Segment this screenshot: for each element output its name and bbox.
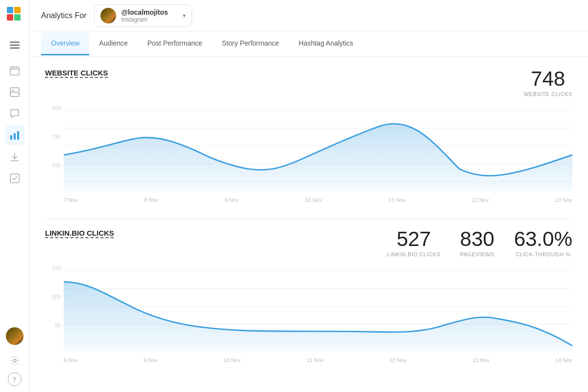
website-clicks-chart: 200 150 100 [45, 105, 572, 203]
x2-label-11nov: 11 Nov [306, 357, 323, 363]
ctr-label: CLICK-THROUGH % [514, 251, 572, 257]
y2-label-150: 150 [52, 265, 61, 271]
y-label-200: 200 [52, 105, 61, 111]
account-platform: Instagram [121, 16, 178, 23]
website-clicks-stats: 748 WEBSITE CLICKS [524, 69, 572, 97]
website-clicks-svg [64, 105, 572, 191]
linkinbio-svg-container [64, 265, 572, 351]
sidebar-item-chat[interactable] [5, 104, 24, 123]
tab-post-performance[interactable]: Post Performance [138, 32, 212, 55]
menu-button[interactable] [5, 35, 24, 55]
nav-tabs: Overview Audience Post Performance Story… [29, 31, 588, 57]
sidebar-item-checklist[interactable] [5, 169, 24, 188]
tab-story-performance[interactable]: Story Performance [212, 32, 289, 55]
tab-overview[interactable]: Overview [41, 32, 89, 55]
x2-label-12nov: 12 Nov [390, 357, 407, 363]
x-label-12nov: 12 Nov [472, 197, 489, 203]
linkinbio-chart: 150 100 50 [45, 265, 572, 363]
svg-rect-6 [10, 48, 20, 49]
website-clicks-section: WEBSITE CLICKS 748 WEBSITE CLICKS 200 15… [45, 69, 572, 203]
account-avatar [100, 8, 116, 24]
sidebar-item-analytics[interactable] [5, 125, 24, 145]
svg-rect-4 [10, 42, 20, 43]
x2-label-9nov: 9 Nov [144, 357, 158, 363]
x-label-13nov: 13 Nov [555, 197, 572, 203]
svg-rect-15 [17, 131, 19, 140]
svg-rect-5 [10, 45, 20, 46]
x-label-10nov: 10 Nov [305, 197, 322, 203]
x2-label-10nov: 10 Nov [223, 357, 241, 363]
avatar-image [6, 327, 24, 345]
pageviews-stat: 830 PAGEVIEWS [460, 229, 494, 257]
website-clicks-stat: 748 WEBSITE CLICKS [524, 69, 572, 97]
svg-rect-13 [10, 135, 12, 140]
linkinbio-title: LINKIN.BIO CLICKS [45, 229, 114, 237]
linkinbio-header: LINKIN.BIO CLICKS 527 LINKIN.BIO CLICKS … [45, 229, 572, 257]
settings-icon[interactable] [5, 351, 24, 370]
sidebar: ? [0, 0, 29, 392]
x2-label-13nov: 13 Nov [472, 357, 490, 363]
y2-label-100: 100 [52, 294, 61, 300]
x-label-8nov: 8 Nov [144, 197, 158, 203]
linkinbio-svg [64, 265, 572, 351]
linkinbio-area-fill [64, 282, 572, 351]
chart-svg-container [64, 105, 572, 191]
website-clicks-value: 748 [524, 69, 572, 89]
y-label-150: 150 [52, 134, 61, 140]
sidebar-item-gallery[interactable] [5, 82, 24, 102]
website-clicks-header: WEBSITE CLICKS 748 WEBSITE CLICKS [45, 69, 572, 97]
x-label-7nov: 7 Nov [64, 197, 78, 203]
help-icon[interactable]: ? [8, 372, 22, 386]
linkinbio-clicks-value: 527 [387, 229, 441, 249]
tab-hashtag-analytics[interactable]: Hashtag Analytics [289, 32, 363, 55]
header: Analytics For @localmojitos Instagram ▾ [29, 0, 588, 31]
chevron-down-icon: ▾ [183, 12, 186, 19]
x-label-9nov: 9 Nov [224, 197, 239, 203]
section-divider [45, 219, 572, 219]
svg-rect-0 [7, 7, 13, 13]
account-info: @localmojitos Instagram [121, 8, 178, 23]
svg-rect-14 [14, 133, 16, 140]
website-clicks-x-labels: 7 Nov 8 Nov 9 Nov 10 Nov 11 Nov 12 Nov 1… [64, 197, 572, 203]
tab-audience[interactable]: Audience [89, 32, 137, 55]
ctr-stat: 63.0% CLICK-THROUGH % [514, 229, 572, 257]
x2-label-8nov: 8 Nov [64, 357, 78, 363]
x2-label-14nov: 14 Nov [555, 357, 572, 363]
svg-point-18 [13, 359, 16, 362]
svg-rect-2 [7, 14, 13, 21]
ctr-value: 63.0% [514, 229, 572, 249]
linkinbio-section: LINKIN.BIO CLICKS 527 LINKIN.BIO CLICKS … [45, 229, 572, 363]
header-title: Analytics For [41, 11, 86, 20]
account-name: @localmojitos [121, 8, 178, 16]
account-selector[interactable]: @localmojitos Instagram ▾ [94, 4, 192, 27]
x-label-11nov: 11 Nov [389, 197, 406, 203]
linkinbio-x-labels: 8 Nov 9 Nov 10 Nov 11 Nov 12 Nov 13 Nov … [64, 357, 572, 363]
y2-label-50: 50 [55, 322, 61, 328]
linkinbio-stats: 527 LINKIN.BIO CLICKS 830 PAGEVIEWS 63.0… [387, 229, 572, 257]
sidebar-item-download[interactable] [5, 147, 24, 167]
website-clicks-title: WEBSITE CLICKS [45, 69, 108, 77]
pageviews-label: PAGEVIEWS [460, 251, 494, 257]
y-label-100: 100 [52, 162, 61, 168]
avatar[interactable] [6, 327, 24, 345]
main-content: Analytics For @localmojitos Instagram ▾ … [29, 0, 588, 392]
svg-rect-3 [14, 14, 21, 21]
website-clicks-label: WEBSITE CLICKS [524, 91, 572, 97]
pageviews-value: 830 [460, 229, 494, 249]
app-logo[interactable] [6, 6, 24, 24]
content-area: WEBSITE CLICKS 748 WEBSITE CLICKS 200 15… [29, 57, 588, 392]
sidebar-item-calendar[interactable] [5, 61, 24, 80]
linkinbio-clicks-label: LINKIN.BIO CLICKS [387, 251, 441, 257]
linkinbio-clicks-stat: 527 LINKIN.BIO CLICKS [387, 229, 441, 257]
svg-rect-7 [10, 67, 19, 75]
svg-rect-1 [14, 7, 21, 13]
chart-area-fill [64, 123, 572, 191]
